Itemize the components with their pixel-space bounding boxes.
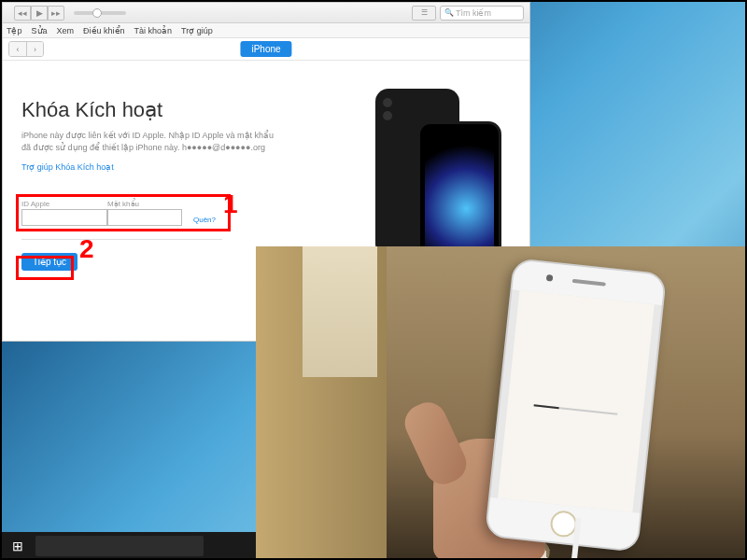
playback-controls: ◂◂ ▶ ▸▸ [8,6,126,21]
menu-help[interactable]: Trợ giúp [181,26,213,35]
page-title: Khóa Kích hoạt [21,98,333,122]
menu-controls[interactable]: Điều khiển [83,26,125,35]
taskbar-search[interactable] [35,536,204,556]
progress-bar [533,404,617,414]
menu-file[interactable]: Tệp [7,26,22,35]
next-track-button[interactable]: ▸▸ [48,6,64,21]
nav-back-button[interactable]: ‹ [9,42,26,56]
menu-account[interactable]: Tài khoản [134,26,173,35]
menu-edit[interactable]: Sửa [32,26,48,35]
start-button[interactable]: ⊞ [0,532,35,560]
apple-id-input[interactable] [21,209,107,226]
prev-track-button[interactable]: ◂◂ [14,6,31,21]
forgot-link[interactable]: Quên? [193,216,216,224]
apple-id-label: ID Apple [21,200,107,208]
annotation-number-1: 1 [223,189,238,219]
windows-taskbar: ⊞ [0,532,256,560]
menu-view[interactable]: Xem [57,26,75,35]
page-description: iPhone này được liên kết với ID Apple. N… [21,130,283,153]
help-link[interactable]: Trợ giúp Khóa Kích hoạt [21,162,114,172]
nav-forward-button[interactable]: › [26,42,43,56]
password-input[interactable] [107,209,182,226]
search-input[interactable]: Tìm kiếm [440,6,524,21]
photo-iphone-in-hand [256,246,747,560]
view-mode-button[interactable]: ☰ [412,6,436,21]
menu-bar: Tệp Sửa Xem Điều khiển Tài khoản Trợ giú… [3,23,529,38]
titlebar: ◂◂ ▶ ▸▸ ☰ Tìm kiếm [3,3,529,23]
divider [21,239,222,240]
iphone-device [485,258,667,553]
annotation-number-2: 2 [79,234,94,264]
play-button[interactable]: ▶ [31,6,48,21]
tab-bar: ‹ › iPhone [3,38,529,61]
continue-button[interactable]: Tiếp tục [21,253,78,271]
volume-slider[interactable] [74,11,126,15]
password-label: Mật khẩu [107,200,182,208]
device-tab-iphone[interactable]: iPhone [240,41,291,57]
